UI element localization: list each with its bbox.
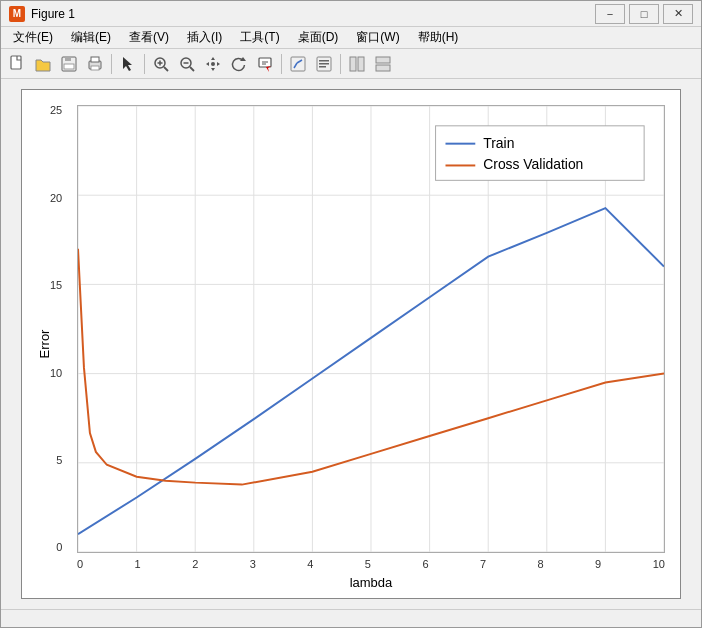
svg-rect-28 bbox=[350, 57, 356, 71]
y-tick-0: 0 bbox=[56, 542, 62, 553]
svg-rect-30 bbox=[376, 57, 390, 63]
select-tool[interactable] bbox=[116, 52, 140, 76]
x-tick-5: 5 bbox=[365, 558, 371, 570]
editplot-button[interactable] bbox=[286, 52, 310, 76]
x-axis-title: lambda bbox=[77, 575, 665, 590]
y-tick-20: 20 bbox=[50, 193, 62, 204]
plottools1-button[interactable] bbox=[345, 52, 369, 76]
menu-edit[interactable]: 编辑(E) bbox=[63, 27, 119, 48]
x-tick-3: 3 bbox=[250, 558, 256, 570]
x-tick-7: 7 bbox=[480, 558, 486, 570]
sep4 bbox=[340, 54, 341, 74]
svg-rect-25 bbox=[319, 60, 329, 62]
x-tick-9: 9 bbox=[595, 558, 601, 570]
window-title: Figure 1 bbox=[31, 7, 595, 21]
zoom-out-button[interactable] bbox=[175, 52, 199, 76]
menu-bar: 文件(E) 编辑(E) 查看(V) 插入(I) 工具(T) 桌面(D) 窗口(W… bbox=[1, 27, 701, 49]
x-axis-labels: 0 1 2 3 4 5 6 7 8 9 10 bbox=[77, 558, 665, 570]
y-tick-25: 25 bbox=[50, 105, 62, 116]
y-tick-10: 10 bbox=[50, 368, 62, 379]
toolbar bbox=[1, 49, 701, 79]
pan-button[interactable] bbox=[201, 52, 225, 76]
menu-window[interactable]: 窗口(W) bbox=[348, 27, 407, 48]
restore-button[interactable]: □ bbox=[629, 4, 659, 24]
svg-rect-6 bbox=[91, 66, 99, 70]
svg-rect-0 bbox=[11, 56, 21, 69]
main-window: M Figure 1 − □ ✕ 文件(E) 编辑(E) 查看(V) 插入(I)… bbox=[0, 0, 702, 628]
menu-tools[interactable]: 工具(T) bbox=[232, 27, 287, 48]
save-button[interactable] bbox=[57, 52, 81, 76]
minimize-button[interactable]: − bbox=[595, 4, 625, 24]
window-controls: − □ ✕ bbox=[595, 4, 693, 24]
y-axis-labels: 25 20 15 10 5 0 bbox=[50, 105, 62, 553]
x-tick-1: 1 bbox=[135, 558, 141, 570]
new-button[interactable] bbox=[5, 52, 29, 76]
svg-rect-31 bbox=[376, 65, 390, 71]
svg-rect-3 bbox=[64, 64, 74, 69]
svg-rect-21 bbox=[291, 57, 305, 71]
x-tick-10: 10 bbox=[653, 558, 665, 570]
menu-insert[interactable]: 插入(I) bbox=[179, 27, 230, 48]
sep3 bbox=[281, 54, 282, 74]
svg-text:Cross Validation: Cross Validation bbox=[483, 157, 583, 173]
plot-svg: Train Cross Validation bbox=[78, 106, 664, 552]
plot-area: Error 25 20 15 10 5 0 bbox=[1, 79, 701, 609]
menu-desktop[interactable]: 桌面(D) bbox=[290, 27, 347, 48]
y-tick-15: 15 bbox=[50, 280, 62, 291]
axes-wrapper: Error 25 20 15 10 5 0 bbox=[22, 90, 680, 598]
menu-view[interactable]: 查看(V) bbox=[121, 27, 177, 48]
close-button[interactable]: ✕ bbox=[663, 4, 693, 24]
svg-line-13 bbox=[190, 67, 194, 71]
status-bar bbox=[1, 609, 701, 627]
x-tick-8: 8 bbox=[538, 558, 544, 570]
zoom-in-button[interactable] bbox=[149, 52, 173, 76]
svg-marker-7 bbox=[123, 57, 132, 71]
x-tick-4: 4 bbox=[307, 558, 313, 570]
svg-rect-27 bbox=[319, 66, 326, 68]
svg-text:Train: Train bbox=[483, 135, 514, 151]
propeditor-button[interactable] bbox=[312, 52, 336, 76]
y-tick-5: 5 bbox=[56, 455, 62, 466]
svg-rect-5 bbox=[91, 57, 99, 62]
open-button[interactable] bbox=[31, 52, 55, 76]
app-icon: M bbox=[9, 6, 25, 22]
datacursor-button[interactable] bbox=[253, 52, 277, 76]
svg-rect-29 bbox=[358, 57, 364, 71]
svg-line-9 bbox=[164, 67, 168, 71]
sep1 bbox=[111, 54, 112, 74]
plottools2-button[interactable] bbox=[371, 52, 395, 76]
menu-file[interactable]: 文件(E) bbox=[5, 27, 61, 48]
sep2 bbox=[144, 54, 145, 74]
svg-line-23 bbox=[297, 60, 302, 63]
x-tick-0: 0 bbox=[77, 558, 83, 570]
rotate-button[interactable] bbox=[227, 52, 251, 76]
svg-line-22 bbox=[294, 63, 297, 68]
svg-rect-26 bbox=[319, 63, 329, 65]
svg-rect-2 bbox=[65, 57, 71, 61]
svg-point-15 bbox=[211, 62, 215, 66]
menu-help[interactable]: 帮助(H) bbox=[410, 27, 467, 48]
print-button[interactable] bbox=[83, 52, 107, 76]
x-tick-2: 2 bbox=[192, 558, 198, 570]
figure-container: Error 25 20 15 10 5 0 bbox=[21, 89, 681, 599]
title-bar: M Figure 1 − □ ✕ bbox=[1, 1, 701, 27]
plot-box: Train Cross Validation bbox=[77, 105, 665, 553]
x-tick-6: 6 bbox=[422, 558, 428, 570]
